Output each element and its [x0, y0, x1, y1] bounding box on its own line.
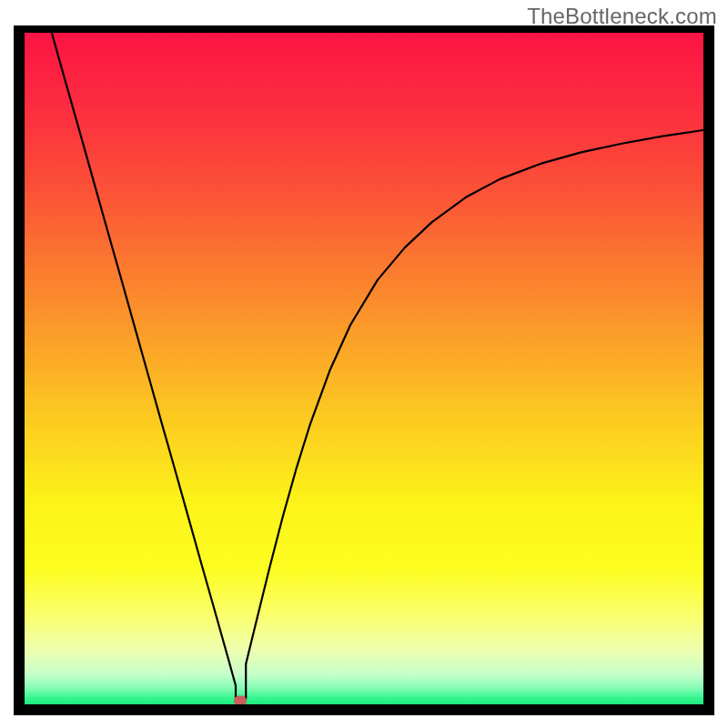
bottleneck-curve: [25, 33, 703, 704]
watermark-text: TheBottleneck.com: [527, 4, 717, 29]
minimum-marker: [234, 696, 247, 704]
chart-frame: [14, 25, 714, 715]
plot-area: [25, 33, 703, 704]
